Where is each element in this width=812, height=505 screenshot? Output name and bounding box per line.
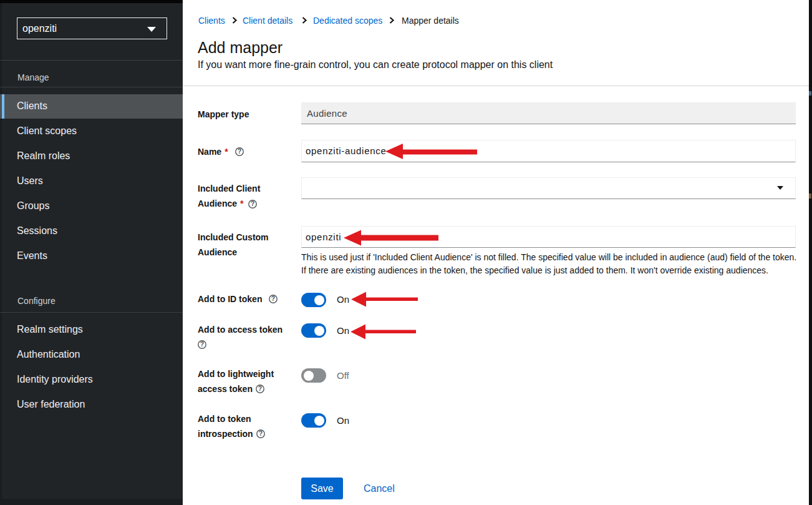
- svg-text:?: ?: [271, 295, 275, 302]
- svg-text:?: ?: [259, 429, 263, 437]
- svg-text:?: ?: [251, 200, 254, 207]
- svg-text:?: ?: [200, 340, 204, 348]
- svg-text:?: ?: [258, 385, 262, 392]
- svg-text:?: ?: [238, 147, 241, 155]
